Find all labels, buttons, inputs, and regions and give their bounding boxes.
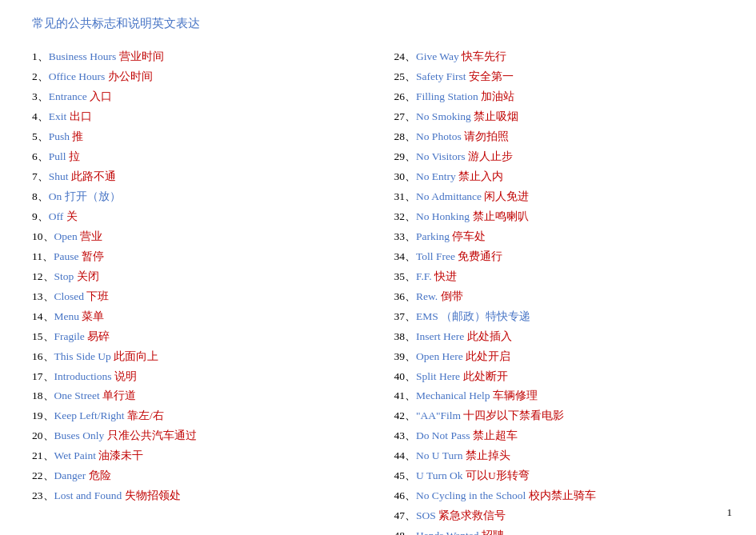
list-item: 17、Introductions 说明 — [32, 367, 362, 387]
item-english: Business Hours — [49, 50, 116, 62]
list-item: 46、No Cycling in the School 校内禁止骑车 — [394, 486, 725, 506]
item-chinese: 停车处 — [450, 230, 486, 242]
list-item: 41、Mechanical Help 车辆修理 — [394, 386, 725, 406]
list-item: 28、No Photos 请勿拍照 — [394, 127, 725, 147]
item-chinese: 下班 — [84, 290, 109, 302]
item-number: 6、 — [32, 150, 49, 162]
list-item: 45、U Turn Ok 可以U形转弯 — [394, 466, 725, 486]
item-english: No Visitors — [416, 150, 466, 162]
item-english: Pause — [54, 250, 79, 262]
item-number: 43、 — [394, 429, 417, 441]
item-english: Insert Here — [416, 330, 464, 342]
item-english: Exit — [49, 110, 67, 122]
item-number: 20、 — [32, 429, 54, 441]
item-chinese: 营业时间 — [116, 50, 163, 62]
item-chinese: 安全第一 — [466, 70, 514, 82]
item-number: 12、 — [32, 270, 54, 282]
item-chinese: 禁止掉头 — [463, 449, 510, 461]
left-column: 1、Business Hours 营业时间2、Office Hours 办公时间… — [32, 47, 362, 535]
item-english: No Entry — [416, 170, 456, 182]
item-english: Push — [49, 130, 70, 142]
item-chinese: 拉 — [66, 150, 80, 162]
item-chinese: 关闭 — [74, 270, 98, 282]
item-chinese: 推 — [70, 130, 83, 142]
list-item: 10、Open 营业 — [32, 227, 362, 247]
item-chinese: 禁止吸烟 — [471, 110, 518, 122]
item-number: 40、 — [394, 370, 417, 382]
item-english: "AA"Film — [416, 409, 461, 421]
item-chinese: 说明 — [112, 370, 137, 382]
item-english: Danger — [54, 469, 86, 481]
item-english: Closed — [54, 290, 85, 302]
item-number: 27、 — [394, 110, 417, 122]
item-chinese: 禁止入内 — [456, 170, 503, 182]
item-chinese: 只准公共汽车通过 — [104, 429, 196, 441]
item-number: 3、 — [32, 90, 49, 102]
list-item: 4、Exit 出口 — [32, 107, 362, 127]
item-number: 28、 — [394, 130, 417, 142]
item-english: Hands Wanted — [416, 529, 479, 535]
item-chinese: 暂停 — [79, 250, 104, 262]
item-english: No Cycling in the School — [416, 489, 526, 501]
item-number: 29、 — [394, 150, 417, 162]
item-chinese: 易碎 — [85, 330, 110, 342]
item-english: Lost and Found — [54, 489, 122, 501]
item-number: 45、 — [394, 469, 417, 481]
item-english: Give Way — [416, 50, 459, 62]
item-chinese: 出口 — [66, 110, 91, 122]
item-english: Shut — [49, 170, 69, 182]
item-number: 21、 — [32, 449, 54, 461]
item-chinese: 游人止步 — [466, 150, 513, 162]
list-item: 32、No Honking 禁止鸣喇叭 — [394, 207, 725, 227]
item-english: Safety First — [416, 70, 466, 82]
list-item: 39、Open Here 此处开启 — [394, 347, 725, 367]
item-english: No U Turn — [416, 449, 463, 461]
page-title: 常见的公共标志和说明英文表达 — [32, 16, 724, 31]
item-chinese: 免费通行 — [455, 250, 502, 262]
item-number: 25、 — [394, 70, 417, 82]
item-english: Menu — [54, 310, 80, 322]
item-chinese: 此处插入 — [464, 330, 511, 342]
list-item: 19、Keep Left/Right 靠左/右 — [32, 406, 362, 426]
item-english: Filling Station — [416, 90, 478, 102]
list-item: 5、Push 推 — [32, 127, 362, 147]
item-number: 7、 — [32, 170, 49, 182]
list-item: 37、EMS （邮政）特快专递 — [394, 307, 725, 327]
item-number: 47、 — [394, 509, 417, 521]
item-chinese: 车辆修理 — [490, 389, 538, 401]
list-item: 1、Business Hours 营业时间 — [32, 47, 362, 67]
item-chinese: 可以U形转弯 — [463, 469, 530, 481]
list-item: 20、Buses Only 只准公共汽车通过 — [32, 426, 362, 446]
list-item: 3、Entrance 入口 — [32, 87, 362, 107]
item-number: 8、 — [32, 190, 49, 202]
list-item: 24、Give Way 快车先行 — [394, 47, 725, 67]
item-number: 14、 — [32, 310, 54, 322]
item-number: 46、 — [394, 489, 417, 501]
item-english: Keep Left/Right — [54, 409, 125, 421]
item-english: Office Hours — [49, 70, 106, 82]
list-item: 23、Lost and Found 失物招领处 — [32, 486, 362, 506]
item-number: 34、 — [394, 250, 417, 262]
item-number: 19、 — [32, 409, 54, 421]
item-chinese: 禁止鸣喇叭 — [470, 210, 528, 222]
item-number: 48、 — [394, 529, 417, 535]
item-english: No Honking — [416, 210, 470, 222]
item-number: 38、 — [394, 330, 417, 342]
item-chinese: 入口 — [87, 90, 112, 102]
item-english: Stop — [54, 270, 74, 282]
item-english: Rew. — [416, 290, 438, 302]
item-english: No Photos — [416, 130, 462, 142]
list-item: 47、SOS 紧急求救信号 — [394, 506, 725, 526]
item-english: This Side Up — [54, 350, 111, 362]
item-number: 16、 — [32, 350, 54, 362]
list-item: 26、Filling Station 加油站 — [394, 87, 725, 107]
item-english: U Turn Ok — [416, 469, 463, 481]
item-english: Wet Paint — [54, 449, 97, 461]
item-number: 41、 — [394, 389, 417, 401]
item-chinese: 请勿拍照 — [462, 130, 509, 142]
item-english: SOS — [416, 509, 436, 521]
item-number: 15、 — [32, 330, 54, 342]
item-english: Open Here — [416, 350, 463, 362]
list-item: 16、This Side Up 此面向上 — [32, 347, 362, 367]
item-number: 5、 — [32, 130, 49, 142]
